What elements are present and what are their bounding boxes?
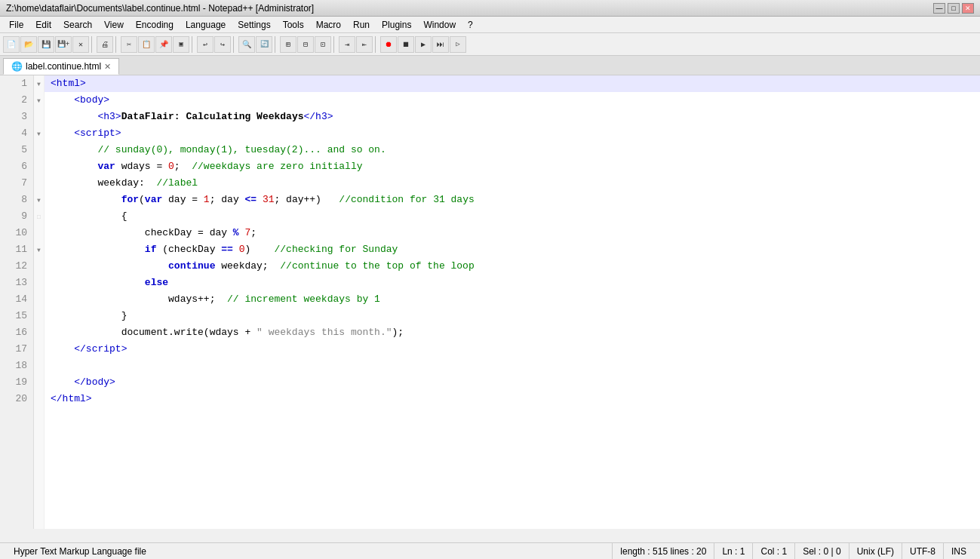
code-line-9[interactable]: { bbox=[45, 208, 980, 225]
tab-toggle-button[interactable]: ⇥ bbox=[339, 36, 355, 53]
code-line-1[interactable]: <html> bbox=[45, 75, 980, 92]
record-button[interactable]: ⏺ bbox=[380, 36, 397, 53]
code-16b: ); bbox=[392, 324, 404, 341]
indent-button[interactable]: ⇤ bbox=[356, 36, 373, 53]
fold-11[interactable]: ▼ bbox=[34, 241, 44, 258]
op-10: % bbox=[233, 225, 239, 241]
code-line-16[interactable]: document.write(wdays + " weekdays this m… bbox=[45, 324, 980, 341]
menu-run[interactable]: Run bbox=[347, 18, 376, 32]
code-11c: ) bbox=[245, 241, 275, 258]
toolbar-separator-1 bbox=[91, 36, 94, 53]
code-line-15[interactable]: } bbox=[45, 308, 980, 324]
code-line-6[interactable]: var wdays = 0; //weekdays are zero initi… bbox=[45, 158, 980, 175]
code-line-2[interactable]: <body> bbox=[45, 92, 980, 109]
fold-12 bbox=[34, 258, 44, 275]
code-line-18[interactable] bbox=[45, 358, 980, 374]
restore-zoom-button[interactable]: ⊡ bbox=[315, 36, 331, 53]
tab-icon: 🌐 bbox=[11, 61, 23, 72]
fold-13 bbox=[34, 275, 44, 291]
print-button[interactable]: 🖨 bbox=[97, 36, 113, 53]
comment-7: //label bbox=[156, 175, 198, 192]
tab-close-button[interactable]: ✕ bbox=[104, 62, 111, 72]
code-line-10[interactable]: checkDay = day % 7; bbox=[45, 225, 980, 241]
code-line-12[interactable]: continue weekday; //continue to the top … bbox=[45, 258, 980, 275]
stop-button[interactable]: ⏹ bbox=[398, 36, 414, 53]
tag-close-html-2: > bbox=[86, 391, 92, 407]
code-11a: (checkDay bbox=[156, 241, 221, 258]
save-button[interactable]: 💾 bbox=[38, 36, 54, 53]
line-num-12: 12 bbox=[0, 258, 33, 275]
cut-button[interactable]: ✂ bbox=[121, 36, 137, 53]
find-button[interactable]: 🔍 bbox=[238, 36, 255, 53]
code-line-4[interactable]: <script> bbox=[45, 125, 980, 142]
fold-1[interactable]: ▼ bbox=[34, 75, 44, 92]
tag-open-2: < bbox=[74, 92, 80, 109]
save-all-button[interactable]: 💾+ bbox=[55, 36, 72, 53]
code-line-8[interactable]: for(var day = 1; day <= 31; day++) //con… bbox=[45, 192, 980, 208]
indent-4 bbox=[51, 125, 74, 142]
tag-close-script-2: > bbox=[121, 341, 127, 358]
fold-2[interactable]: ▼ bbox=[34, 92, 44, 109]
run2-button[interactable]: ▷ bbox=[450, 36, 466, 53]
new-button[interactable]: 📄 bbox=[3, 36, 20, 53]
close-button[interactable]: ✕ bbox=[72, 36, 89, 53]
tag-gt-3: > bbox=[327, 109, 333, 125]
fold-8[interactable]: ▼ bbox=[34, 192, 44, 208]
kw-continue-12: continue bbox=[168, 258, 215, 275]
tab-bar: 🌐 label.continue.html ✕ bbox=[0, 56, 980, 75]
fold-4[interactable]: ▼ bbox=[34, 125, 44, 142]
redo-button[interactable]: ↪ bbox=[214, 36, 231, 53]
minimize-button[interactable]: — bbox=[933, 3, 945, 14]
indent-8 bbox=[51, 192, 121, 208]
run-button[interactable]: ⏭ bbox=[432, 36, 449, 53]
line-num-9: 9 bbox=[0, 208, 33, 225]
menu-window[interactable]: Window bbox=[417, 18, 462, 32]
menu-edit[interactable]: Edit bbox=[29, 18, 57, 32]
fold-6 bbox=[34, 158, 44, 175]
maximize-button[interactable]: □ bbox=[948, 3, 960, 14]
menu-settings[interactable]: Settings bbox=[232, 18, 276, 32]
menu-tools[interactable]: Tools bbox=[277, 18, 310, 32]
code-line-7[interactable]: weekday: //label bbox=[45, 175, 980, 192]
close-button[interactable]: ✕ bbox=[962, 3, 974, 14]
menu-help[interactable]: ? bbox=[462, 18, 479, 32]
line-num-2: 2 bbox=[0, 92, 33, 109]
toolbar: 📄 📂 💾 💾+ ✕ 🖨 ✂ 📋 📌 ▣ ↩ ↪ 🔍 🔄 ⊞ ⊟ ⊡ ⇥ ⇤ ⏺… bbox=[0, 33, 980, 56]
code-line-5[interactable]: // sunday(0), monday(1), tuesday(2)... a… bbox=[45, 142, 980, 158]
fold-17 bbox=[34, 341, 44, 358]
find-replace-button[interactable]: 🔄 bbox=[256, 36, 272, 53]
line-num-14: 14 bbox=[0, 291, 33, 308]
code-line-17[interactable]: </script> bbox=[45, 341, 980, 358]
menu-plugins[interactable]: Plugins bbox=[376, 18, 417, 32]
menu-view[interactable]: View bbox=[98, 18, 130, 32]
tag-close-script-1: </ bbox=[74, 341, 86, 358]
code-line-20[interactable]: </html> bbox=[45, 391, 980, 407]
code-line-3[interactable]: <h3>DataFlair: Calculating Weekdays</h3> bbox=[45, 109, 980, 125]
select-all-button[interactable]: ▣ bbox=[173, 36, 189, 53]
code-line-14[interactable]: wdays++; // increment weekdays by 1 bbox=[45, 291, 980, 308]
paste-button[interactable]: 📌 bbox=[155, 36, 172, 53]
menu-language[interactable]: Language bbox=[180, 18, 232, 32]
copy-button[interactable]: 📋 bbox=[138, 36, 155, 53]
open-button[interactable]: 📂 bbox=[20, 36, 37, 53]
zoom-in-button[interactable]: ⊞ bbox=[280, 36, 296, 53]
play-button[interactable]: ▶ bbox=[415, 36, 432, 53]
zoom-out-button[interactable]: ⊟ bbox=[297, 36, 314, 53]
menu-file[interactable]: File bbox=[3, 18, 29, 32]
num-11: 0 bbox=[239, 241, 245, 258]
indent-9 bbox=[51, 208, 121, 225]
undo-button[interactable]: ↩ bbox=[197, 36, 214, 53]
menu-encoding[interactable]: Encoding bbox=[130, 18, 180, 32]
code-area[interactable]: <html> <body> <h3>DataFlair: Calculating… bbox=[45, 75, 980, 529]
code-line-11[interactable]: if (checkDay == 0) //checking for Sunday bbox=[45, 241, 980, 258]
code-line-13[interactable]: else bbox=[45, 275, 980, 291]
op-11: == bbox=[221, 241, 233, 258]
indent-7 bbox=[51, 175, 97, 192]
editor: 1 2 3 4 5 6 7 8 9 10 11 12 13 14 15 16 1… bbox=[0, 75, 980, 529]
code-line-19[interactable]: </body> bbox=[45, 374, 980, 391]
active-tab[interactable]: 🌐 label.continue.html ✕ bbox=[3, 58, 119, 75]
menu-search[interactable]: Search bbox=[57, 18, 98, 32]
toolbar-separator-3 bbox=[192, 36, 195, 53]
line-num-7: 7 bbox=[0, 175, 33, 192]
menu-macro[interactable]: Macro bbox=[310, 18, 347, 32]
